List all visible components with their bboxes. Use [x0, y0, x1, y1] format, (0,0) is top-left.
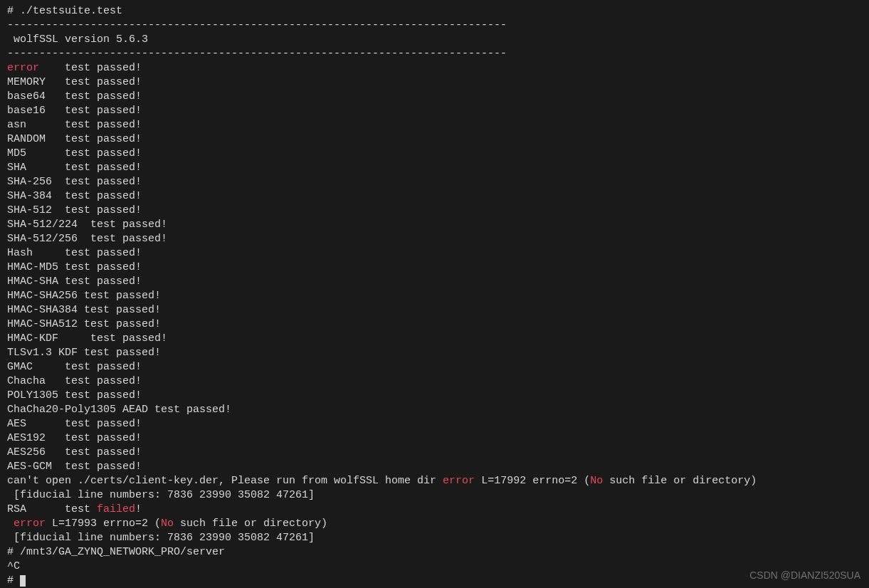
- test-name: MD5: [7, 147, 26, 159]
- test-name: error: [7, 62, 39, 74]
- test-name: base64: [7, 90, 46, 103]
- test-name: GMAC: [7, 361, 33, 373]
- version: wolfSSL version 5.6.3: [7, 33, 862, 47]
- test-name: POLY1305: [7, 389, 58, 401]
- terminal-line: POLY1305 test passed!: [7, 389, 862, 403]
- test-name: RANDOM: [7, 133, 46, 145]
- terminal-line: RANDOM test passed!: [7, 132, 862, 147]
- terminal-line: TLSv1.3 KDF test passed!: [7, 346, 862, 360]
- test-result: test passed!: [148, 404, 231, 416]
- test-result: test passed!: [78, 290, 161, 302]
- test-name: TLSv1.3 KDF: [7, 347, 78, 359]
- terminal-line: SHA-256 test passed!: [7, 175, 862, 189]
- test-result: test passed!: [52, 461, 142, 473]
- test-name: SHA-384: [7, 190, 52, 202]
- terminal-line: AES test passed!: [7, 417, 862, 431]
- terminal-line: RSA test failed!: [7, 503, 862, 517]
- terminal-line: Hash test passed!: [7, 246, 862, 261]
- test-result: test passed!: [46, 133, 142, 145]
- test-result: test passed!: [46, 375, 142, 387]
- test-result: test passed!: [78, 233, 167, 245]
- prompt: #: [7, 574, 20, 587]
- no-label: No: [590, 475, 603, 487]
- test-name: AES: [7, 418, 26, 430]
- terminal-line: SHA-512/224 test passed!: [7, 218, 862, 232]
- test-result: test passed!: [58, 332, 167, 345]
- terminal-line: asn test passed!: [7, 118, 862, 132]
- test-name: Hash: [7, 247, 33, 259]
- test-result: test passed!: [78, 219, 167, 231]
- watermark: CSDN @DIANZI520SUA: [749, 568, 860, 582]
- test-result: test passed!: [26, 147, 142, 159]
- test-name: HMAC-KDF: [7, 332, 58, 345]
- terminal-line: MD5 test passed!: [7, 147, 862, 161]
- failed-label: failed: [97, 503, 135, 515]
- test-result: test passed!: [46, 90, 142, 103]
- prompt: #: [7, 5, 20, 17]
- test-name: HMAC-SHA512: [7, 318, 78, 330]
- test-result: test passed!: [46, 76, 142, 88]
- terminal-line: HMAC-SHA256 test passed!: [7, 289, 862, 303]
- test-result: test passed!: [58, 275, 142, 288]
- terminal-line: SHA-512/256 test passed!: [7, 232, 862, 246]
- prompt-line[interactable]: #: [7, 574, 862, 588]
- terminal-line: HMAC-SHA384 test passed!: [7, 303, 862, 317]
- terminal-line: AES-GCM test passed!: [7, 460, 862, 474]
- terminal-line: AES256 test passed!: [7, 446, 862, 460]
- test-name: RSA: [7, 503, 26, 515]
- test-name: AES192: [7, 432, 46, 444]
- terminal-line: Chacha test passed!: [7, 374, 862, 389]
- error-label: error: [14, 518, 46, 530]
- fiducial: [fiducial line numbers: 7836 23990 35082…: [7, 488, 862, 503]
- test-name: Chacha: [7, 375, 46, 387]
- terminal-line: SHA-384 test passed!: [7, 189, 862, 204]
- command: ./testsuite.test: [20, 5, 122, 17]
- test-name: AES-GCM: [7, 461, 52, 473]
- command: /mnt3/GA_ZYNQ_NETWORK_PRO/server: [20, 546, 225, 558]
- terminal-line: base64 test passed!: [7, 90, 862, 104]
- separator: ----------------------------------------…: [7, 47, 862, 61]
- terminal-line: HMAC-KDF test passed!: [7, 332, 862, 346]
- no-label: No: [161, 518, 174, 530]
- test-name: MEMORY: [7, 76, 46, 88]
- test-result: test passed!: [33, 361, 142, 373]
- terminal-line: error test passed!: [7, 61, 862, 75]
- test-name: asn: [7, 119, 26, 131]
- test-name: SHA: [7, 162, 26, 174]
- terminal-line: SHA test passed!: [7, 161, 862, 175]
- test-name: SHA-512: [7, 204, 52, 216]
- test-name: HMAC-SHA256: [7, 290, 78, 302]
- terminal-line: # ./testsuite.test: [7, 4, 862, 19]
- test-name: HMAC-SHA384: [7, 304, 78, 316]
- test-result: test passed!: [78, 318, 161, 330]
- test-result: test passed!: [26, 162, 142, 174]
- terminal-line: AES192 test passed!: [7, 431, 862, 446]
- separator: ----------------------------------------…: [7, 19, 862, 33]
- terminal-line: base16 test passed!: [7, 104, 862, 118]
- test-result: test passed!: [52, 204, 142, 216]
- terminal-line: error L=17993 errno=2 (No such file or d…: [7, 517, 862, 531]
- test-result: test passed!: [78, 304, 161, 316]
- test-name: HMAC-MD5: [7, 261, 58, 273]
- terminal-line: HMAC-SHA512 test passed!: [7, 317, 862, 332]
- test-result: test passed!: [46, 446, 142, 458]
- ctrl-c: ^C: [7, 560, 862, 574]
- test-name: base16: [7, 105, 46, 117]
- test-result: test passed!: [39, 62, 142, 74]
- terminal-line: HMAC-MD5 test passed!: [7, 261, 862, 275]
- test-name: HMAC-SHA: [7, 275, 58, 288]
- cursor: [20, 575, 26, 587]
- test-result: test passed!: [46, 105, 142, 117]
- terminal-output[interactable]: # ./testsuite.test----------------------…: [7, 4, 862, 588]
- terminal-line: MEMORY test passed!: [7, 75, 862, 90]
- error-label: error: [443, 475, 475, 487]
- terminal-line: can't open ./certs/client-key.der, Pleas…: [7, 474, 862, 488]
- terminal-line: HMAC-SHA test passed!: [7, 275, 862, 289]
- test-result: test passed!: [52, 190, 142, 202]
- fiducial: [fiducial line numbers: 7836 23990 35082…: [7, 531, 862, 545]
- test-name: ChaCha20-Poly1305 AEAD: [7, 404, 148, 416]
- test-name: SHA-256: [7, 176, 52, 188]
- prompt: #: [7, 546, 20, 558]
- terminal-line: SHA-512 test passed!: [7, 204, 862, 218]
- test-name: SHA-512/256: [7, 233, 78, 245]
